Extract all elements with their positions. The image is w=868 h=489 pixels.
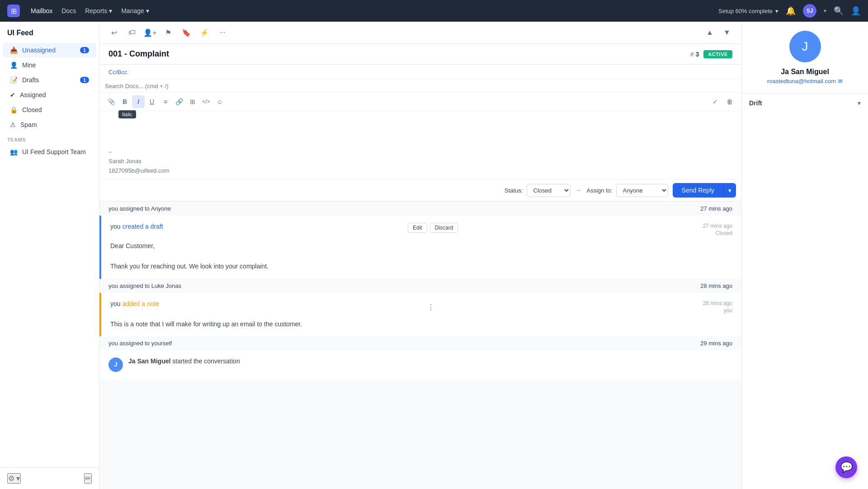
sidebar-item-unassigned[interactable]: 📥 Unassigned 1	[3, 43, 96, 57]
app-logo[interactable]: ⊞	[7, 5, 20, 17]
activity-feed: you assigned to Anyone 27 mins ago you c…	[99, 202, 741, 489]
reply-body-area[interactable]: Italic	[99, 111, 741, 147]
send-reply-dropdown[interactable]: ▾	[723, 183, 736, 197]
sidebar-nav: 📥 Unassigned 1 👤 Mine 📝 Drafts 1	[0, 41, 99, 467]
list-button[interactable]: ≡	[159, 95, 172, 108]
image-button[interactable]: ⊞	[186, 95, 199, 108]
nav-links: Mailbox Docs Reports ▾ Manage ▾	[31, 7, 149, 14]
activity-assign3-time: 29 mins ago	[700, 340, 732, 347]
edit-draft-button[interactable]: Edit	[408, 223, 427, 233]
bold-button[interactable]: B	[118, 95, 131, 108]
chat-fab-button[interactable]: 💬	[835, 456, 857, 478]
conversation-meta: # 3 ACTIVE	[690, 50, 732, 58]
code-button[interactable]: </>	[200, 95, 212, 108]
note-action-label: added a note	[122, 300, 159, 307]
prev-button[interactable]: ▲	[703, 25, 717, 40]
sidebar-item-assigned[interactable]: ✔ Assigned	[3, 88, 96, 102]
sidebar-item-team[interactable]: 👥 UI Feed Support Team	[3, 145, 96, 159]
sidebar-item-spam[interactable]: ⚠ Spam	[3, 118, 96, 132]
conversation-number: # 3	[690, 51, 699, 58]
thread-draft-header: you created a draft Edit Discard 27 mins…	[110, 223, 732, 236]
sidebar-item-closed[interactable]: 🔒 Closed	[3, 103, 96, 117]
arrow-icon: →	[575, 186, 582, 194]
thread-note-meta: 28 mins ago you	[703, 300, 732, 314]
nav-docs[interactable]: Docs	[61, 7, 76, 14]
email-icon: ✉	[838, 78, 843, 85]
assigned-icon: ✔	[10, 91, 15, 99]
underline-button[interactable]: U	[146, 95, 158, 108]
account-icon[interactable]: 👤	[851, 6, 861, 16]
discard-draft-button[interactable]: Discard	[430, 223, 458, 233]
thread-item-note: you added a note ⋮ 28 mins ago you This …	[99, 293, 741, 336]
teams-section-label: TEAMS	[0, 132, 99, 144]
drift-label: Drift	[749, 99, 762, 107]
signature-line3: 1827095b@uifeed.com	[108, 166, 732, 176]
next-button[interactable]: ▼	[720, 25, 734, 40]
contact-avatar: J	[789, 31, 821, 62]
sidebar-item-drafts[interactable]: 📝 Drafts 1	[3, 73, 96, 87]
nav-manage[interactable]: Manage ▾	[121, 7, 149, 14]
label-button[interactable]: 🏷	[125, 25, 139, 40]
status-row: Status: Closed Open Resolved	[505, 184, 570, 197]
activity-assign2-time: 28 mins ago	[700, 282, 732, 289]
thread-item-draft: you created a draft Edit Discard 27 mins…	[99, 216, 741, 278]
conversation-panel: ↩ 🏷 👤+ ⚑ 🔖 ⚡ ··· ▲ ▼ 001 - Complaint # 3…	[99, 22, 741, 489]
activity-assign-2: you assigned to Luke Jonas 28 mins ago	[99, 279, 741, 293]
conversation-header: 001 - Complaint # 3 ACTIVE	[99, 44, 741, 65]
settings-button[interactable]: ⚙ ▾	[7, 473, 21, 484]
reply-footer: Status: Closed Open Resolved → Assign to…	[99, 179, 741, 201]
drift-section-header[interactable]: Drift ▾	[749, 99, 861, 107]
activity-assign2-text: you assigned to Luke Jonas	[108, 282, 181, 289]
activity-assign-time: 27 mins ago	[700, 205, 732, 212]
assign-select[interactable]: Anyone Sarah Jonas Luke Jonas	[616, 184, 668, 197]
italic-tooltip: Italic	[118, 110, 136, 118]
search-icon[interactable]: 🔍	[834, 6, 844, 16]
delete-button[interactable]: 🗑	[723, 95, 736, 108]
contact-name: Ja San Miguel	[749, 68, 861, 76]
contact-email[interactable]: roastedtuna@hotmail.com ✉	[749, 78, 861, 85]
search-docs-input[interactable]	[105, 83, 736, 89]
nav-right: Setup 60% complete ▾ 🔔 SJ ▾ 🔍 👤	[718, 4, 861, 18]
thread-old-title: Ja San Miguel started the conversation	[128, 357, 732, 365]
attachment-button[interactable]: 📎	[105, 95, 118, 108]
status-label: Status:	[505, 187, 523, 194]
setup-progress[interactable]: Setup 60% complete ▾	[718, 8, 778, 14]
undo-button[interactable]: ↩	[107, 25, 121, 40]
chevron-right-icon: ▾	[858, 99, 861, 107]
drift-section: Drift ▾	[742, 94, 868, 112]
flag-button[interactable]: ⚑	[161, 25, 175, 40]
tag-button[interactable]: 🔖	[179, 25, 193, 40]
cc-bcc-button[interactable]: Cc/Bcc	[108, 69, 127, 75]
bolt-button[interactable]: ⚡	[197, 25, 212, 40]
user-avatar[interactable]: SJ	[803, 4, 816, 18]
closed-icon: 🔒	[10, 106, 18, 113]
status-select[interactable]: Closed Open Resolved	[527, 184, 571, 197]
emoji-button[interactable]: ☺	[213, 95, 226, 108]
notification-icon[interactable]: 🔔	[786, 6, 796, 16]
italic-button[interactable]: I	[132, 95, 145, 108]
reply-box: Cc/Bcc 📎 B I U ≡ 🔗 ⊞ </> ☺ ✓ 🗑	[99, 65, 741, 202]
nav-reports[interactable]: Reports ▾	[85, 7, 112, 14]
sidebar-footer: ⚙ ▾ ✏	[0, 467, 99, 489]
check-button[interactable]: ✓	[709, 95, 722, 108]
contact-card: J Ja San Miguel roastedtuna@hotmail.com …	[742, 22, 868, 94]
assign-row: Assign to: Anyone Sarah Jonas Luke Jonas	[587, 184, 668, 197]
main-layout: UI Feed 📥 Unassigned 1 👤 Mine 📝 Drafts	[0, 22, 868, 489]
signature-area: -- Sarah Jonas 1827095b@uifeed.com	[99, 147, 741, 179]
link-button[interactable]: 🔗	[173, 95, 185, 108]
compose-button[interactable]: ✏	[84, 473, 92, 484]
activity-assign-1: you assigned to Anyone 27 mins ago	[99, 202, 741, 216]
draft-status: Closed	[716, 230, 732, 236]
sidebar: UI Feed 📥 Unassigned 1 👤 Mine 📝 Drafts	[0, 22, 99, 489]
note-more-button[interactable]: ⋮	[424, 300, 438, 315]
thread-draft-meta: 27 mins ago Closed	[703, 223, 732, 236]
formatting-toolbar: 📎 B I U ≡ 🔗 ⊞ </> ☺ ✓ 🗑	[99, 93, 741, 111]
send-reply-button[interactable]: Send Reply	[673, 183, 723, 197]
sidebar-item-mine[interactable]: 👤 Mine	[3, 58, 96, 72]
nav-mailbox[interactable]: Mailbox	[31, 7, 52, 14]
draft-action-label: created a draft	[122, 223, 163, 230]
activity-assign-3: you assigned to yourself 29 mins ago	[99, 336, 741, 350]
more-button[interactable]: ···	[215, 25, 230, 40]
sidebar-brand: UI Feed	[0, 22, 99, 41]
assign-button[interactable]: 👤+	[143, 25, 157, 40]
